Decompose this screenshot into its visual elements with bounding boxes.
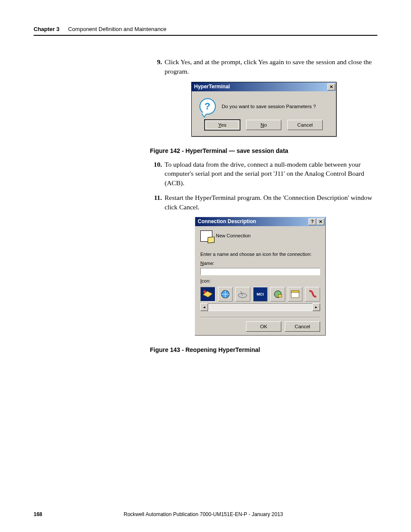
icon-label: Icon: xyxy=(200,278,320,284)
yes-button[interactable]: Yes xyxy=(205,120,240,130)
dialog-title: Connection Description xyxy=(198,218,256,225)
icon-picker: MCI xyxy=(200,286,320,302)
close-icon[interactable]: ✕ xyxy=(327,84,335,90)
step-number: 10. xyxy=(150,160,162,188)
separator xyxy=(200,317,320,318)
scroll-track[interactable] xyxy=(208,303,312,311)
connection-icon-mci[interactable]: MCI xyxy=(253,287,268,302)
modem-document-icon xyxy=(200,230,212,242)
page-footer: 168 Rockwell Automation Publication 7000… xyxy=(34,511,377,517)
svg-rect-6 xyxy=(291,291,299,292)
step-9: 9. Click Yes, and at the prompt, click Y… xyxy=(150,57,377,76)
page-number: 168 xyxy=(34,511,42,517)
name-input[interactable] xyxy=(200,268,320,275)
step-number: 9. xyxy=(150,57,162,76)
cancel-button[interactable]: Cancel xyxy=(285,321,320,332)
connection-icon-satellite[interactable] xyxy=(235,287,250,302)
help-icon[interactable]: ? xyxy=(308,218,316,225)
connection-icon-globe[interactable] xyxy=(218,287,233,302)
step-11: 11. Restart the HyperTerminal program. O… xyxy=(150,193,377,212)
step-text: To upload data from the drive, connect a… xyxy=(165,160,377,188)
dialog-titlebar: HyperTerminal ✕ xyxy=(192,82,336,91)
step-number: 11. xyxy=(150,193,162,212)
publication-ref: Rockwell Automation Publication 7000-UM1… xyxy=(42,511,364,517)
chapter-label: Chapter 3 xyxy=(34,26,59,32)
svg-point-0 xyxy=(203,290,206,293)
dialog-message: Do you want to save session Parameters ? xyxy=(222,103,316,110)
figure-143-caption: Figure 143 - Reopening HyperTerminal xyxy=(150,346,377,355)
hyperterminal-confirm-dialog: HyperTerminal ✕ Do you want to save sess… xyxy=(191,82,336,137)
dialog-title: HyperTerminal xyxy=(194,83,230,90)
connection-icon-modem[interactable] xyxy=(200,287,215,302)
dialog-titlebar: Connection Description ? ✕ xyxy=(195,217,325,226)
connection-icon-phone-globe[interactable] xyxy=(270,287,285,302)
scroll-left-icon[interactable]: ◄ xyxy=(200,303,208,311)
icon-scrollbar: ◄ ► xyxy=(200,303,320,311)
new-connection-label: New Connection xyxy=(216,233,251,239)
step-text: Click Yes, and at the prompt, click Yes … xyxy=(165,57,377,76)
page-header: Chapter 3 Component Definition and Maint… xyxy=(34,26,377,36)
close-icon[interactable]: ✕ xyxy=(317,218,324,225)
connection-icon-window[interactable] xyxy=(288,287,303,302)
new-connection-row: New Connection xyxy=(200,230,320,242)
question-icon xyxy=(199,98,216,115)
scroll-right-icon[interactable]: ► xyxy=(312,303,320,311)
no-button[interactable]: No xyxy=(246,120,281,130)
svg-rect-4 xyxy=(278,295,282,297)
chapter-title: Component Definition and Maintenance xyxy=(68,26,166,32)
cancel-button[interactable]: Cancel xyxy=(287,120,323,130)
connection-icon-handset[interactable] xyxy=(305,287,320,302)
connection-description-dialog: Connection Description ? ✕ New Connectio… xyxy=(195,217,326,336)
dialog-body: Do you want to save session Parameters ? xyxy=(192,91,336,119)
step-10: 10. To upload data from the drive, conne… xyxy=(150,160,377,188)
ok-button[interactable]: OK xyxy=(246,321,281,332)
step-text: Restart the HyperTerminal program. On th… xyxy=(165,193,377,212)
name-label: Name: xyxy=(200,260,320,267)
prompt-text: Enter a name and choose an icon for the … xyxy=(200,251,320,258)
figure-142-caption: Figure 142 - HyperTerminal — save sessio… xyxy=(150,147,377,156)
